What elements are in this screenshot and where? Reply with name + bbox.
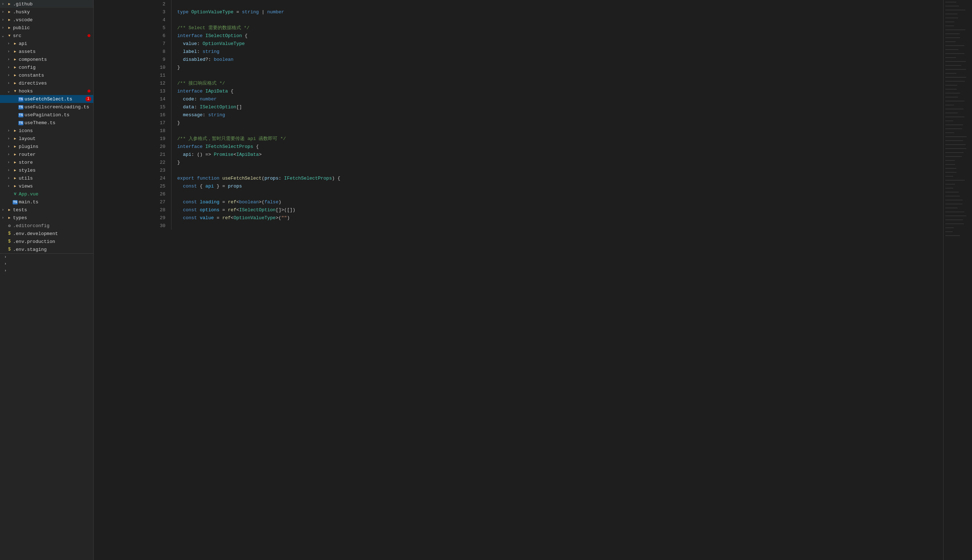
- line-content[interactable]: /** Select 需要的数据格式 */: [171, 24, 943, 32]
- folder-badge: [87, 90, 90, 92]
- line-content[interactable]: }: [171, 119, 943, 127]
- file-icon-folder: ▶: [12, 49, 19, 53]
- item-label: .github: [13, 2, 93, 7]
- line-content[interactable]: const value = ref<OptionValueType>(""): [171, 214, 943, 222]
- tree-item-icons[interactable]: ›▶icons: [0, 127, 93, 135]
- line-number: 13: [94, 87, 171, 95]
- tree-item-useTheme[interactable]: TSuseTheme.ts: [0, 119, 93, 127]
- line-content[interactable]: }: [171, 158, 943, 166]
- line-content[interactable]: label: string: [171, 48, 943, 55]
- tree-item-api[interactable]: ›▶api: [0, 40, 93, 48]
- tree-item-useFullscreenLoading[interactable]: TSuseFullscreenLoading.ts: [0, 103, 93, 111]
- tree-arrow: ›: [6, 177, 12, 180]
- line-content[interactable]: const { api } = props: [171, 182, 943, 190]
- tree-item-maints[interactable]: TSmain.ts: [0, 198, 93, 206]
- line-content[interactable]: data: ISelectOption[]: [171, 103, 943, 111]
- line-content[interactable]: [171, 71, 943, 79]
- tree-item-tests[interactable]: ›▶tests: [0, 206, 93, 214]
- file-icon-ts: TS: [17, 97, 25, 102]
- tree-item-envdev[interactable]: $.env.development: [0, 230, 93, 238]
- line-content[interactable]: [171, 0, 943, 8]
- code-line-25: 25 const { api } = props: [94, 182, 943, 190]
- line-content[interactable]: interface IApiData {: [171, 87, 943, 95]
- tree-item-types[interactable]: ›▶types: [0, 214, 93, 222]
- tree-item-styles[interactable]: ›▶styles: [0, 166, 93, 174]
- tree-arrow: ›: [6, 129, 12, 133]
- line-content[interactable]: /** 入参格式，暂时只需要传递 api 函数即可 */: [171, 135, 943, 143]
- code-line-11: 11: [94, 71, 943, 79]
- item-label: directives: [19, 81, 93, 86]
- tree-item-utils[interactable]: ›▶utils: [0, 174, 93, 182]
- tree-item-envstaging[interactable]: $.env.staging: [0, 245, 93, 253]
- file-icon-env: $: [6, 231, 13, 236]
- tree-arrow: ›: [6, 145, 12, 148]
- line-content[interactable]: [171, 127, 943, 135]
- line-content[interactable]: api: () => Promise<IApiData>: [171, 150, 943, 158]
- timeline-section[interactable]: ›: [0, 260, 93, 267]
- tree-item-store[interactable]: ›▶store: [0, 158, 93, 166]
- code-line-13: 13interface IApiData {: [94, 87, 943, 95]
- line-content[interactable]: export function useFetchSelect(props: IF…: [171, 174, 943, 182]
- tree-arrow: ⌄: [0, 33, 6, 38]
- line-content[interactable]: /** 接口响应格式 */: [171, 79, 943, 87]
- tree-item-appvue[interactable]: VApp.vue: [0, 190, 93, 198]
- tree-item-hooks[interactable]: ⌄▼hooks: [0, 87, 93, 95]
- code-line-26: 26: [94, 190, 943, 198]
- line-number: 6: [94, 32, 171, 40]
- file-icon-folder: ▶: [12, 128, 19, 133]
- tree-item-components[interactable]: ›▶components: [0, 55, 93, 63]
- line-content[interactable]: interface IFetchSelectProps {: [171, 143, 943, 150]
- file-icon-folder: ▶: [6, 18, 13, 22]
- tree-item-editorconfig[interactable]: ⚙.editorconfig: [0, 222, 93, 230]
- tree-item-useFetchSelect[interactable]: TSuseFetchSelect.ts1: [0, 95, 93, 103]
- outline-section[interactable]: ›: [0, 254, 93, 260]
- item-label: useTheme.ts: [25, 120, 93, 126]
- item-label: constants: [19, 73, 93, 78]
- line-content[interactable]: code: number: [171, 95, 943, 103]
- tree-item-constants[interactable]: ›▶constants: [0, 71, 93, 79]
- code-content[interactable]: 23type OptionValueType = string | number…: [94, 0, 943, 560]
- line-content[interactable]: const options = ref<ISelectOption[]>([]): [171, 206, 943, 214]
- item-label: store: [19, 160, 93, 165]
- line-number: 15: [94, 103, 171, 111]
- file-icon-gear: ⚙: [6, 223, 13, 228]
- line-content[interactable]: type OptionValueType = string | number: [171, 8, 943, 16]
- tree-item-envprod[interactable]: $.env.production: [0, 238, 93, 245]
- tree-item-router[interactable]: ›▶router: [0, 150, 93, 158]
- line-content[interactable]: value: OptionValueType: [171, 40, 943, 48]
- file-icon-folder: ▶: [12, 184, 19, 188]
- code-line-19: 19/** 入参格式，暂时只需要传递 api 函数即可 */: [94, 135, 943, 143]
- line-content[interactable]: }: [171, 63, 943, 71]
- tree-item-usePagination[interactable]: TSusePagination.ts: [0, 111, 93, 119]
- tree-item-plugins[interactable]: ›▶plugins: [0, 143, 93, 150]
- tree-item-layout[interactable]: ›▶layout: [0, 135, 93, 143]
- tree-item-husky[interactable]: ›▶.husky: [0, 8, 93, 16]
- line-content[interactable]: message: string: [171, 111, 943, 119]
- line-content[interactable]: [171, 166, 943, 174]
- tree-item-github[interactable]: ›▶.github: [0, 0, 93, 8]
- tree-item-config[interactable]: ›▶config: [0, 63, 93, 71]
- code-line-3: 3type OptionValueType = string | number: [94, 8, 943, 16]
- tree-item-views[interactable]: ›▶views: [0, 182, 93, 190]
- tree-arrow: ›: [0, 208, 6, 212]
- item-label: .vscode: [13, 17, 93, 23]
- minimap: [943, 0, 972, 560]
- line-content[interactable]: interface ISelectOption {: [171, 32, 943, 40]
- tree-item-assets[interactable]: ›▶assets: [0, 48, 93, 55]
- tree-item-public[interactable]: ›▶public: [0, 24, 93, 32]
- line-content[interactable]: [171, 222, 943, 230]
- line-number: 14: [94, 95, 171, 103]
- code-line-7: 7 value: OptionValueType: [94, 40, 943, 48]
- line-content[interactable]: const loading = ref<boolean>(false): [171, 198, 943, 206]
- tree-item-vscode[interactable]: ›▶.vscode: [0, 16, 93, 24]
- npm-scripts-section[interactable]: ›: [0, 267, 93, 274]
- tree-item-src[interactable]: ⌄▼src: [0, 32, 93, 40]
- line-content[interactable]: [171, 190, 943, 198]
- code-line-22: 22}: [94, 158, 943, 166]
- code-line-9: 9 disabled?: boolean: [94, 55, 943, 63]
- item-label: usePagination.ts: [25, 112, 93, 118]
- line-content[interactable]: disabled?: boolean: [171, 55, 943, 63]
- item-label: src: [13, 33, 87, 38]
- line-content[interactable]: [171, 16, 943, 24]
- tree-item-directives[interactable]: ›▶directives: [0, 79, 93, 87]
